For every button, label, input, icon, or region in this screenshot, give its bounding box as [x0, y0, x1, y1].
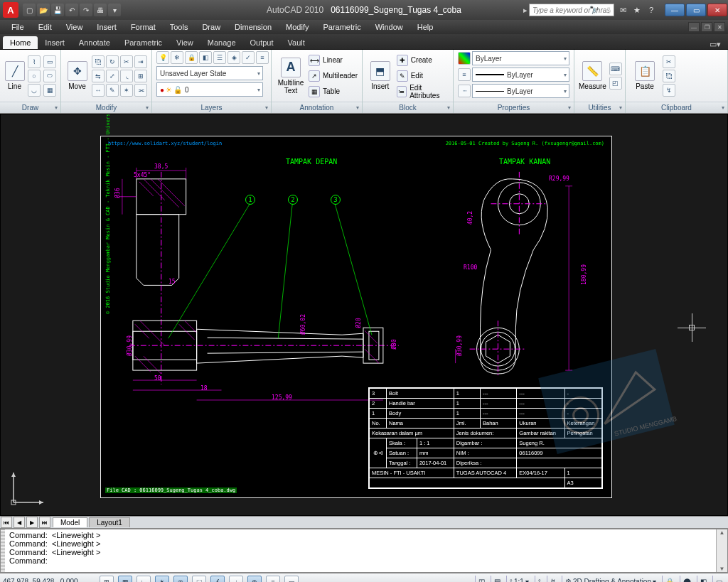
favorite-icon[interactable]: ★ — [631, 4, 643, 16]
workspace-switch[interactable]: ⚙ 2D Drafting & Annotation ▾ — [562, 576, 659, 583]
mirror-icon[interactable]: ⇋ — [92, 70, 105, 82]
subscription-icon[interactable]: § — [603, 4, 614, 16]
ellipse-icon[interactable]: ⬭ — [43, 70, 56, 82]
extend-icon[interactable]: ⇥ — [134, 55, 147, 68]
rotate-icon[interactable]: ↻ — [106, 55, 119, 68]
polar-toggle[interactable]: ✶ — [155, 576, 169, 583]
layer-combo[interactable]: ● ☀ 🔓 0 — [156, 82, 263, 97]
menu-help[interactable]: Help — [410, 21, 441, 33]
rect-icon[interactable]: ▭ — [43, 55, 56, 68]
cmd-prompt[interactable]: Command: — [9, 556, 724, 565]
tab-annotate[interactable]: Annotate — [72, 36, 117, 49]
erase-icon[interactable]: ✎ — [106, 84, 119, 97]
calc-icon[interactable]: ⌨ — [609, 63, 622, 75]
arc-icon[interactable]: ◡ — [28, 84, 41, 97]
panel-clipboard-title[interactable]: Clipboard — [626, 102, 727, 113]
grip-handle[interactable] — [1, 529, 5, 572]
minimize-button[interactable]: — — [665, 4, 685, 16]
match-icon[interactable]: ↯ — [663, 84, 675, 97]
paste-button[interactable]: 📋 Paste — [630, 53, 660, 99]
grid-toggle[interactable]: ▦ — [118, 576, 132, 583]
layer-lock-icon[interactable]: 🔒 — [185, 51, 198, 64]
menu-format[interactable]: Format — [124, 21, 163, 33]
3dosnap-toggle[interactable]: ⬚ — [192, 576, 206, 583]
hatch-icon[interactable]: ▦ — [43, 84, 56, 97]
panel-annotation-title[interactable]: Annotation — [272, 102, 362, 113]
trim-icon[interactable]: ✂ — [120, 55, 133, 68]
edit-block-button[interactable]: ✎Edit — [397, 69, 449, 83]
close-button[interactable]: ✕ — [707, 4, 727, 16]
layer-match-icon[interactable]: ≡ — [256, 51, 269, 64]
qview-button[interactable]: ▤ — [491, 576, 503, 583]
menu-edit[interactable]: Edit — [31, 21, 59, 33]
explode-icon[interactable]: ✶ — [120, 84, 133, 97]
mtext-button[interactable]: A Multiline Text — [276, 53, 306, 99]
offset-icon[interactable]: ⫘ — [134, 84, 147, 97]
layer-state-combo[interactable]: Unsaved Layer State — [156, 66, 263, 80]
mdi-close[interactable]: ✕ — [714, 22, 725, 32]
maximize-button[interactable]: ▭ — [686, 4, 706, 16]
comm-icon[interactable]: ✉ — [617, 4, 628, 16]
layer-freeze-icon[interactable]: ❄ — [171, 51, 183, 64]
menu-view[interactable]: View — [59, 21, 90, 33]
panel-utilities-title[interactable]: Utilities — [574, 102, 625, 113]
tab-insert[interactable]: Insert — [38, 36, 72, 49]
ortho-toggle[interactable]: ∟ — [136, 576, 151, 583]
copy-icon[interactable]: ⿻ — [92, 55, 105, 68]
menu-draw[interactable]: Draw — [195, 21, 228, 33]
panel-properties-title[interactable]: Properties — [454, 102, 574, 113]
cut-icon[interactable]: ✂ — [663, 55, 675, 68]
tab-parametric[interactable]: Parametric — [117, 36, 169, 49]
annoauto-button[interactable]: ↯ — [547, 576, 559, 583]
menu-dimension[interactable]: Dimension — [228, 21, 279, 33]
stretch-icon[interactable]: ↔ — [92, 84, 105, 97]
table-button[interactable]: ▦Table — [309, 85, 358, 99]
qat-more-icon[interactable]: ▾ — [108, 4, 121, 16]
menu-tools[interactable]: Tools — [163, 21, 196, 33]
linear-dim-button[interactable]: ⟷Linear — [309, 53, 358, 68]
linetype-combo[interactable]: ByLayer — [472, 84, 569, 98]
qat-print-icon[interactable]: 🖶 — [94, 4, 107, 16]
lineweight-icon[interactable]: ≡ — [458, 68, 471, 81]
menu-modify[interactable]: Modify — [279, 21, 316, 33]
insert-block-button[interactable]: ⬒ Insert — [367, 53, 394, 99]
menu-insert[interactable]: Insert — [90, 21, 124, 33]
qat-undo-icon[interactable]: ↶ — [65, 4, 78, 16]
toolbar-lock-icon[interactable]: 🔒 — [662, 576, 677, 583]
lwt-toggle[interactable]: ≡ — [266, 576, 280, 583]
mdi-minimize[interactable]: — — [688, 22, 700, 32]
nav-first-icon[interactable]: ⏮ — [1, 517, 12, 528]
qat-redo-icon[interactable]: ↷ — [80, 4, 92, 16]
cmd-scrollbar[interactable]: ▲▼ — [716, 529, 727, 572]
fillet-icon[interactable]: ◟ — [120, 70, 133, 82]
hardware-accel-icon[interactable]: ⬤ — [680, 576, 694, 583]
move-button[interactable]: ✥ Move — [65, 53, 89, 99]
app-menu-button[interactable]: A — [3, 2, 18, 18]
array-icon[interactable]: ⊞ — [134, 70, 147, 82]
create-block-button[interactable]: ✚Create — [397, 53, 449, 68]
snap-toggle[interactable]: ⊞ — [100, 576, 114, 583]
model-space-button[interactable]: ◫ — [475, 576, 488, 583]
nav-prev-icon[interactable]: ◀ — [14, 517, 25, 528]
layer-off-icon[interactable]: 💡 — [156, 51, 169, 64]
qat-open-icon[interactable]: 📂 — [37, 4, 50, 16]
qat-new-icon[interactable]: ▢ — [23, 4, 36, 16]
menu-file[interactable]: File — [4, 21, 31, 33]
multileader-button[interactable]: ↗Multileader — [309, 69, 358, 83]
polyline-icon[interactable]: ⌇ — [28, 55, 41, 68]
annoscale-display[interactable]: ⟟ 1:1 ▾ — [506, 576, 532, 583]
drawing-area[interactable]: 2016-05-01 Created by Sugeng R. (fxsugen… — [0, 114, 728, 516]
nav-last-icon[interactable]: ⏭ — [39, 517, 50, 528]
tab-vault[interactable]: Vault — [281, 36, 312, 49]
panel-draw-title[interactable]: Draw — [0, 102, 60, 113]
tab-view[interactable]: View — [169, 36, 200, 49]
circle-icon[interactable]: ○ — [28, 70, 41, 82]
lineweight-combo[interactable]: ByLayer — [472, 68, 569, 82]
panel-layers-title[interactable]: Layers — [152, 102, 271, 113]
copy-clip-icon[interactable]: ⿻ — [663, 70, 675, 82]
menu-parametric[interactable]: Parametric — [316, 21, 368, 33]
layer-color-icon[interactable]: ◧ — [199, 51, 212, 64]
color-combo[interactable]: ByLayer — [472, 51, 569, 65]
annovis-button[interactable]: ⟟ — [535, 576, 544, 583]
edit-attrib-button[interactable]: ≔Edit Attributes — [397, 85, 449, 99]
